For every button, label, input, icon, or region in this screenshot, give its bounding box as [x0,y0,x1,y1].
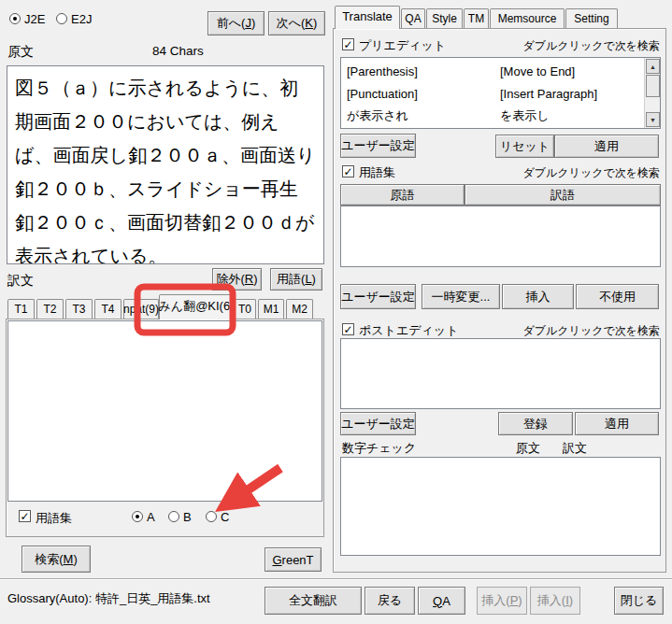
tab-t4[interactable]: T4 [94,299,122,319]
check-icon: ✓ [343,166,352,177]
tab-t3[interactable]: T3 [65,299,93,319]
translation-tool-window: J2E E2J 前へ(J) 次へ(K) 原文 84 Chars 図５（ａ）に示さ… [0,0,672,624]
full-translate-button[interactable]: 全文翻訳 [265,587,362,615]
greent-button-label: GreenT [272,553,313,567]
glossary-status-text: Glossary(Auto): 特許_日英_用語集.txt [7,590,210,607]
tab-m1[interactable]: M1 [258,299,284,319]
preedit-label: プリエディット [359,37,446,54]
check-icon: ✓ [20,511,29,522]
tab-t2[interactable]: T2 [36,299,64,319]
tab-qa-label: QA [405,12,421,25]
source-text-area[interactable]: 図５（ａ）に示されるように、初期画面２００においては、例えば、画面戻し釦２００ａ… [7,65,324,264]
tab-t1[interactable]: T1 [7,299,35,319]
engine-a-label: A [147,510,155,524]
preedit-rule-list[interactable]: [Parenthesis][Move to End] [Punctuation]… [340,57,661,129]
postedit-label: ポストエディット [359,322,458,339]
glossary-user-settings-button[interactable]: ユーザー設定 [340,284,416,309]
target-glossary-label: 用語集 [36,510,72,527]
tab-memsource[interactable]: Memsource [490,8,565,28]
term-button[interactable]: 用語(L) [270,268,322,291]
back-button[interactable]: 戻る [365,587,415,615]
tab-style[interactable]: Style [426,8,463,28]
engine-c-label: C [221,510,229,524]
number-check-source-label: 原文 [516,440,540,457]
prev-button[interactable]: 前へ(J) [207,11,265,35]
rule-pattern: が表示され [341,107,500,124]
preedit-checkbox[interactable]: ✓ [342,38,354,50]
tab-setting-label: Setting [574,12,608,25]
j2e-radio[interactable] [9,13,21,24]
postedit-apply-button[interactable]: 適用 [575,412,659,435]
status-bar-divider [0,578,672,580]
preedit-scrollbar[interactable]: ▲ ▼ [644,58,660,128]
postedit-rule-list[interactable] [340,338,661,409]
next-button-label: 次へ(K) [277,15,318,32]
tab-translate[interactable]: Translate [335,6,400,29]
e2j-radio[interactable] [56,13,67,24]
search-button[interactable]: 検索(M) [21,546,91,573]
tab-m2[interactable]: M2 [286,299,313,319]
target-label: 訳文 [7,273,34,290]
number-check-list[interactable] [340,457,661,556]
preedit-rule-row[interactable]: が表示されを表示し [341,105,644,127]
tab-t0[interactable]: T0 [234,299,256,319]
exclude-button-label: 除外(R) [216,271,257,288]
qa-button-label: QA [433,594,450,608]
engine-b-radio[interactable] [168,511,179,522]
scroll-down-icon[interactable]: ▼ [646,112,660,127]
tab-tm[interactable]: TM [464,8,489,28]
greent-button[interactable]: GreenT [265,547,322,572]
tab-t2-label: T2 [43,303,56,316]
tab-translate-label: Translate [342,9,393,23]
tab-t1-label: T1 [14,303,27,316]
postedit-checkbox[interactable]: ✓ [342,323,354,335]
rule-action: を表示し [500,107,644,124]
glossary-hint: ダブルクリックで次を検索 [467,165,660,181]
e2j-radio-label: E2J [71,12,92,26]
next-button[interactable]: 次へ(K) [268,11,325,35]
glossary-target-column-header[interactable]: 訳語 [465,184,661,206]
rule-pattern: [Parenthesis] [341,64,500,78]
preedit-apply-button[interactable]: 適用 [554,135,659,158]
preedit-user-settings-button[interactable]: ユーザー設定 [340,134,416,158]
rule-action: [Move to End] [500,64,644,78]
target-glossary-checkbox[interactable]: ✓ [19,510,31,522]
preedit-hint: ダブルクリックで次を検索 [467,38,660,54]
rule-pattern: [Punctuation] [341,87,500,101]
scrollbar-thumb[interactable] [646,75,660,97]
postedit-register-button[interactable]: 登録 [498,412,573,435]
glossary-temp-change-button[interactable]: 一時変更... [422,284,500,309]
glossary-checkbox[interactable]: ✓ [342,165,354,177]
exclude-button[interactable]: 除外(R) [212,268,262,291]
preedit-rule-row[interactable]: [Punctuation][Insert Paragraph] [341,82,644,105]
tab-t3-label: T3 [72,303,85,316]
tab-npat[interactable]: npat(9) [123,299,159,319]
engine-c-radio[interactable] [206,511,217,522]
search-button-label: 検索(M) [35,551,78,568]
glossary-term-list[interactable] [340,206,661,267]
glossary-insert-button[interactable]: 挿入 [502,284,574,309]
postedit-hint: ダブルクリックで次を検索 [467,323,660,339]
preedit-reset-button[interactable]: リセット [495,135,554,158]
glossary-unused-button[interactable]: 不使用 [576,284,659,309]
glossary-source-column-header[interactable]: 原語 [340,184,465,206]
tab-minhon-ki[interactable]: みん翻@KI(6) [159,294,234,319]
insert-i-button: 挿入(I) [530,587,580,615]
preedit-rule-row[interactable]: [Parenthesis][Move to End] [341,60,644,82]
translation-result-area[interactable] [7,320,322,502]
tab-style-label: Style [432,12,457,25]
number-check-label: 数字チェック [342,440,416,457]
tab-qa[interactable]: QA [401,8,425,28]
glossary-label: 用語集 [359,164,395,181]
scroll-up-icon[interactable]: ▲ [646,59,660,74]
engine-a-radio[interactable] [132,511,143,522]
check-icon: ✓ [343,324,352,335]
tab-setting[interactable]: Setting [565,8,618,28]
close-button[interactable]: 閉じる [614,587,664,615]
postedit-user-settings-button[interactable]: ユーザー設定 [340,412,416,435]
char-count: 84 Chars [152,44,204,58]
tab-m1-label: M1 [264,303,279,316]
insert-p-button-label: 挿入(P) [481,592,522,609]
qa-button[interactable]: QA [418,587,465,615]
tab-t0-label: T0 [238,303,251,316]
